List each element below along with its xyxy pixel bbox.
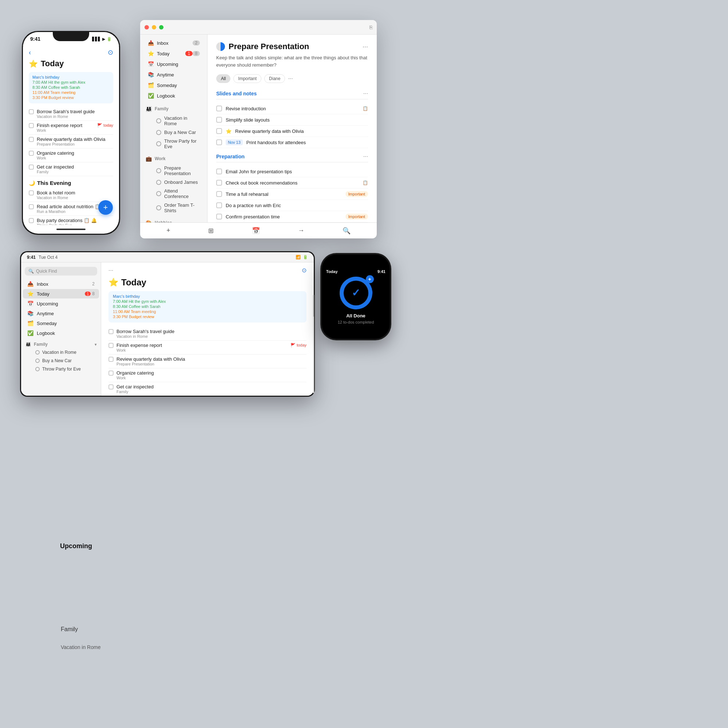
ipad-sidebar-item-someday[interactable]: 🗂️ Someday — [23, 318, 99, 328]
ipad-sidebar-item-today[interactable]: ⭐ Today 1 8 — [23, 289, 99, 298]
task-checkbox[interactable] — [109, 329, 113, 334]
section-menu-preparation[interactable]: ··· — [363, 153, 368, 160]
task-checkbox[interactable] — [29, 109, 34, 114]
ipad-group-family[interactable]: 👨‍👩‍👧 Family ▾ — [21, 338, 101, 348]
task-checkbox[interactable] — [29, 123, 34, 128]
sidebar-item-someday[interactable]: 🗂️ Someday — [142, 80, 205, 90]
detail-menu-button[interactable]: ··· — [362, 43, 368, 50]
task-checkbox[interactable] — [216, 180, 222, 186]
sidebar-group-family[interactable]: 👨‍👩‍👧 Family — [140, 101, 207, 113]
sidebar-item-throw-party[interactable]: Throw Party for Eve — [142, 137, 205, 151]
ipad-sidebar-item-logbook[interactable]: ✅ Logbook — [23, 328, 99, 338]
sidebar-item-upcoming[interactable]: 📅 Upcoming — [142, 59, 205, 69]
list-item[interactable]: Get car inspected Family — [109, 382, 306, 396]
list-item[interactable]: Finish expense report 🚩 today Work — [29, 121, 113, 135]
task-checkbox[interactable] — [216, 139, 222, 145]
star-icon: ⭐ — [226, 128, 231, 134]
toolbar-search-button[interactable]: 🔍 — [340, 225, 353, 236]
sidebar-item-anytime[interactable]: 📚 Anytime — [142, 70, 205, 80]
sidebar-item-today[interactable]: ⭐ Today 1 8 — [142, 48, 205, 59]
task-checkbox[interactable] — [216, 214, 222, 219]
ipad-sidebar-item-anytime[interactable]: 📚 Anytime — [23, 309, 99, 318]
task-checkbox[interactable] — [29, 218, 34, 223]
inbox-icon: 📥 — [27, 281, 34, 287]
list-item[interactable]: Finish expense report 🚩 today Work — [109, 341, 306, 355]
toolbar-move-button[interactable]: → — [295, 225, 307, 236]
task-tag-important: Important — [346, 191, 368, 197]
task-checkbox[interactable] — [29, 165, 34, 170]
cal-entry: 11:00 AM Team meeting — [32, 90, 110, 95]
sidebar-item-prepare-presentation[interactable]: Prepare Presentation — [142, 164, 205, 177]
logbook-icon: ✅ — [27, 330, 34, 336]
inbox-count: 2 — [193, 40, 200, 46]
sidebar-item-new-car[interactable]: Buy a New Car — [142, 128, 205, 136]
filter-more-button[interactable]: ··· — [288, 75, 293, 82]
sidebar-item-vacation[interactable]: Vacation in Rome — [142, 114, 205, 128]
task-checkbox[interactable] — [216, 168, 222, 174]
window-close-button[interactable] — [145, 25, 149, 29]
task-checkbox[interactable] — [109, 370, 113, 376]
list-item[interactable]: Borrow Sarah's travel guide Vacation in … — [29, 107, 113, 121]
task-checkbox[interactable] — [29, 151, 34, 156]
toolbar-checklist-button[interactable]: ⊞ — [205, 225, 217, 236]
sidebar-group-work[interactable]: 💼 Work — [140, 151, 207, 164]
list-item[interactable]: Review quarterly data with Olivia Prepar… — [29, 135, 113, 148]
task-checkbox[interactable] — [29, 204, 34, 209]
iphone-nav: ‹ ⊙ — [23, 46, 119, 59]
list-item[interactable]: Get car inspected Family — [29, 162, 113, 176]
task-checkbox[interactable] — [29, 137, 34, 142]
section-slides-notes: Slides and notes ··· — [216, 90, 368, 99]
list-item[interactable]: Organize catering Work — [29, 148, 113, 162]
sidebar-item-onboard-james[interactable]: Onboard James — [142, 178, 205, 187]
sidebar-item-inbox[interactable]: 📥 Inbox 2 — [142, 38, 205, 48]
sidebar-group-hobbies[interactable]: 🎨 Hobbies — [140, 215, 207, 222]
task-checkbox[interactable] — [216, 117, 222, 123]
task-checkbox[interactable] — [216, 191, 222, 197]
task-checkbox[interactable] — [109, 343, 113, 348]
window-minimize-button[interactable] — [152, 25, 156, 29]
search-placeholder: Quick Find — [36, 269, 57, 274]
toolbar-add-button[interactable]: + — [164, 225, 173, 236]
task-checkbox[interactable] — [109, 384, 113, 390]
ipad-search-bar[interactable]: 🔍 Quick Find — [25, 267, 97, 275]
task-checkbox[interactable] — [216, 202, 222, 208]
watch-add-button[interactable]: + — [366, 275, 374, 283]
sidebar-label-prepare-presentation: Prepare Presentation — [164, 165, 200, 176]
task-checkbox[interactable] — [216, 128, 222, 134]
iphone-check-button[interactable]: ⊙ — [108, 48, 113, 57]
ipad-subitem-throw-party[interactable]: Throw Party for Eve — [23, 365, 99, 373]
sidebar-item-attend-conference[interactable]: Attend Conference — [142, 187, 205, 200]
iphone-back-button[interactable]: ‹ — [29, 49, 31, 57]
sidebar-label-inbox: Inbox — [157, 40, 193, 46]
ipad-subitem-new-car[interactable]: Buy a New Car — [23, 357, 99, 365]
ipad-body: 🔍 Quick Find 📥 Inbox 2 ⭐ Today 1 8 — [21, 262, 314, 396]
sidebar-item-order-tshirts[interactable]: Order Team T-Shirts — [142, 201, 205, 215]
ipad-sidebar-item-upcoming[interactable]: 📅 Upcoming — [23, 299, 99, 308]
search-icon: 🔍 — [28, 269, 34, 274]
list-item[interactable]: Organize catering Work — [109, 369, 306, 382]
toolbar-calendar-button[interactable]: 📅 — [249, 225, 263, 236]
throw-party-circle — [156, 141, 161, 146]
ipad-subitem-vacation[interactable]: Vacation in Rome — [23, 348, 99, 356]
ipad-check-button[interactable]: ⊙ — [302, 267, 306, 274]
filter-important[interactable]: Important — [233, 74, 262, 83]
sidebar-label-attend-conference: Attend Conference — [164, 188, 200, 199]
sidebar-item-logbook[interactable]: ✅ Logbook — [142, 91, 205, 101]
task-checkbox[interactable] — [29, 190, 34, 196]
filter-diane[interactable]: Diane — [264, 74, 285, 83]
task-checkbox[interactable] — [216, 106, 222, 112]
ipad-sidebar-item-inbox[interactable]: 📥 Inbox 2 — [23, 279, 99, 289]
note-icon: 📋 — [362, 106, 368, 111]
list-item[interactable]: Book a hotel room Vacation in Rome — [29, 188, 113, 202]
section-menu-slides[interactable]: ··· — [363, 90, 368, 97]
list-item[interactable]: Review quarterly data with Olivia Prepar… — [109, 355, 306, 369]
ipad-menu-dots[interactable]: ··· — [109, 267, 113, 274]
list-item[interactable]: Borrow Sarah's travel guide Vacation in … — [109, 327, 306, 341]
sidebar-label: Today — [37, 291, 49, 297]
filter-all[interactable]: All — [216, 74, 230, 83]
cal-entry: 8:30 AM Coffee with Sarah — [32, 85, 110, 90]
add-task-fab[interactable]: + — [98, 200, 113, 215]
window-maximize-button[interactable] — [159, 25, 164, 29]
task-checkbox[interactable] — [109, 357, 113, 362]
list-item[interactable]: Buy party decorations 📋 🔔 Throw Party fo… — [29, 216, 113, 225]
